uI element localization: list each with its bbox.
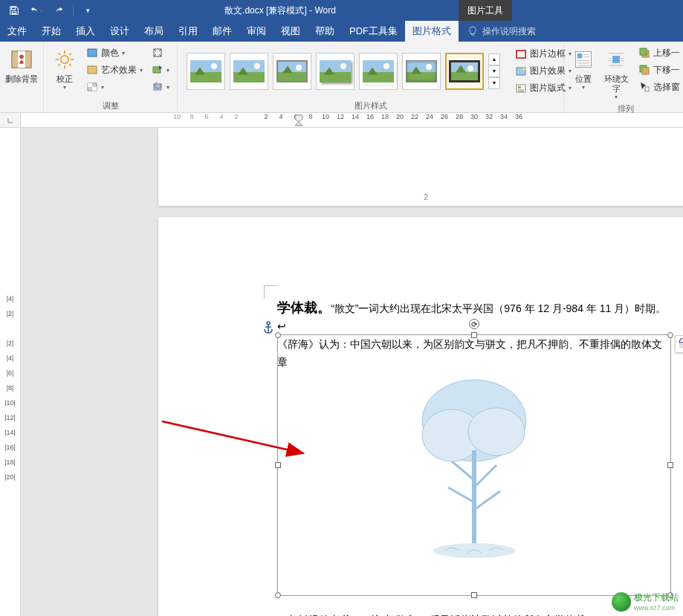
effects-icon bbox=[515, 65, 527, 77]
tab-references[interactable]: 引用 bbox=[171, 21, 205, 42]
tab-design[interactable]: 设计 bbox=[103, 21, 137, 42]
style-thumb-6[interactable] bbox=[402, 53, 441, 90]
redo-button[interactable] bbox=[49, 1, 68, 19]
tab-picture-format[interactable]: 图片格式 bbox=[405, 21, 459, 42]
watermark-url: www.xz7.com bbox=[634, 604, 679, 612]
image-content bbox=[278, 335, 670, 595]
change-icon bbox=[152, 64, 164, 76]
remove-background-button[interactable]: 删除背景 bbox=[4, 45, 39, 84]
svg-point-3 bbox=[60, 56, 68, 64]
anchor-icon[interactable] bbox=[262, 321, 274, 337]
resize-handle-nw[interactable] bbox=[275, 332, 281, 338]
ribbon: 删除背景 校正 ▾ 颜色▾ 艺术效果▾ ▾ ▾ ▾ 调整 bbox=[0, 42, 683, 113]
bring-forward-button[interactable]: 上移一 bbox=[635, 45, 683, 61]
gallery-up-button[interactable]: ▴ bbox=[488, 54, 500, 65]
position-icon bbox=[572, 48, 595, 71]
style-thumb-1[interactable] bbox=[187, 53, 225, 90]
svg-rect-45 bbox=[645, 87, 649, 91]
style-thumb-3[interactable] bbox=[273, 53, 311, 90]
tab-layout[interactable]: 布局 bbox=[137, 21, 171, 42]
style-thumb-7[interactable] bbox=[445, 53, 484, 90]
indent-marker[interactable] bbox=[294, 114, 303, 126]
remove-bg-icon bbox=[10, 48, 33, 71]
picture-styles-gallery: ▴ ▾ ▾ bbox=[182, 48, 505, 94]
watermark-name: 极光下载站 bbox=[634, 591, 679, 604]
tab-help[interactable]: 帮助 bbox=[308, 21, 342, 42]
svg-line-11 bbox=[58, 64, 60, 66]
svg-rect-34 bbox=[612, 56, 620, 63]
transparency-icon bbox=[86, 81, 98, 93]
resize-handle-w[interactable] bbox=[275, 462, 281, 468]
layout-options-button[interactable] bbox=[675, 335, 683, 353]
menu-bar: 文件 开始 插入 设计 布局 引用 邮件 审阅 视图 帮助 PDF工具集 图片格… bbox=[0, 21, 683, 42]
tab-home[interactable]: 开始 bbox=[34, 21, 68, 42]
contextual-tool-tab[interactable]: 图片工具 bbox=[459, 0, 512, 21]
gallery-down-button[interactable]: ▾ bbox=[488, 65, 500, 77]
tab-view[interactable]: 视图 bbox=[273, 21, 308, 42]
tab-pdf-tools[interactable]: PDF工具集 bbox=[342, 21, 405, 42]
ruler-vertical[interactable]: |4||2||2||4||6||8||10||12||14||16||18||2… bbox=[0, 128, 21, 616]
palette-icon bbox=[86, 47, 98, 59]
group-arrange: 位置▾ 环绕文字▾ 上移一 下移一 选择窗 排列 bbox=[564, 42, 683, 113]
group-label-styles: 图片样式 bbox=[178, 100, 563, 113]
svg-line-8 bbox=[58, 53, 60, 55]
style-thumb-5[interactable] bbox=[359, 53, 398, 90]
selected-image[interactable]: ⟳ bbox=[277, 334, 671, 596]
svg-rect-15 bbox=[88, 83, 92, 87]
rotate-handle[interactable]: ⟳ bbox=[469, 319, 479, 329]
svg-point-22 bbox=[522, 68, 525, 71]
color-button[interactable]: 颜色▾ bbox=[83, 45, 146, 61]
svg-rect-42 bbox=[640, 48, 647, 55]
resize-handle-n[interactable] bbox=[471, 332, 477, 338]
page-number: 2 bbox=[424, 192, 428, 201]
watermark-logo-icon bbox=[612, 592, 631, 612]
save-button[interactable] bbox=[4, 1, 24, 19]
artistic-effects-button[interactable]: 艺术效果▾ bbox=[83, 62, 146, 78]
undo-button[interactable]: ▾ bbox=[27, 1, 46, 19]
svg-point-2 bbox=[19, 54, 24, 59]
selection-pane-button[interactable]: 选择窗 bbox=[635, 79, 683, 95]
wrap-icon bbox=[604, 48, 628, 71]
ruler-horizontal[interactable]: 10864224681012141618202224262830323436 bbox=[0, 113, 683, 128]
tell-me-search[interactable]: 操作说明搜索 bbox=[459, 25, 536, 38]
resize-handle-e[interactable] bbox=[667, 462, 673, 468]
svg-point-46 bbox=[267, 322, 270, 325]
title-fragment: 学体裁。 bbox=[277, 300, 331, 315]
transparency-button[interactable]: ▾ bbox=[83, 79, 146, 95]
forward-icon bbox=[638, 47, 650, 59]
wrap-text-button[interactable]: 环绕文字▾ bbox=[601, 45, 631, 100]
document-title: 散文.docx [兼容模式] - Word bbox=[102, 4, 459, 17]
group-picture-styles: ▴ ▾ ▾ 图片边框▾ 图片效果▾ 图片版式▾ 图片样式 bbox=[178, 42, 564, 113]
sun-icon bbox=[53, 48, 77, 71]
ruler-corner[interactable] bbox=[0, 113, 21, 128]
group-label-adjust: 调整 bbox=[44, 100, 177, 113]
tab-insert[interactable]: 插入 bbox=[68, 21, 103, 42]
resize-handle-s[interactable] bbox=[471, 592, 477, 598]
watermark: 极光下载站 www.xz7.com bbox=[612, 591, 679, 612]
customize-qat-button[interactable]: ▾ bbox=[78, 1, 97, 19]
svg-rect-12 bbox=[88, 49, 97, 56]
brush-icon bbox=[86, 64, 98, 76]
svg-line-9 bbox=[69, 64, 71, 66]
compress-pictures-button[interactable] bbox=[149, 45, 172, 61]
style-thumb-4[interactable] bbox=[316, 53, 355, 90]
tab-file[interactable]: 文件 bbox=[0, 21, 34, 42]
gallery-more-button[interactable]: ▾ bbox=[488, 77, 500, 89]
change-picture-button[interactable]: ▾ bbox=[149, 62, 172, 78]
work-area: |4||2||2||4||6||8||10||12||14||16||18||2… bbox=[0, 128, 683, 616]
style-thumb-2[interactable] bbox=[230, 53, 268, 90]
tab-review[interactable]: 审阅 bbox=[239, 21, 273, 42]
resize-handle-ne[interactable] bbox=[667, 332, 673, 338]
reset-icon bbox=[152, 81, 164, 93]
corrections-button[interactable]: 校正 ▾ bbox=[48, 45, 80, 91]
border-icon bbox=[515, 48, 527, 60]
title-bar: ▾ ▾ 散文.docx [兼容模式] - Word 图片工具 bbox=[0, 0, 683, 21]
reset-picture-button[interactable]: ▾ bbox=[149, 79, 172, 95]
document-canvas[interactable]: 2 学体裁。“散文”一词大约出现在北宋太平兴国（976 年 12 月-984 年… bbox=[21, 128, 683, 616]
backward-icon bbox=[638, 64, 650, 76]
margin-corner-icon bbox=[264, 285, 277, 299]
tab-mailings[interactable]: 邮件 bbox=[205, 21, 239, 42]
send-backward-button[interactable]: 下移一 bbox=[635, 62, 683, 78]
resize-handle-sw[interactable] bbox=[275, 592, 281, 598]
position-button[interactable]: 位置▾ bbox=[569, 45, 598, 91]
